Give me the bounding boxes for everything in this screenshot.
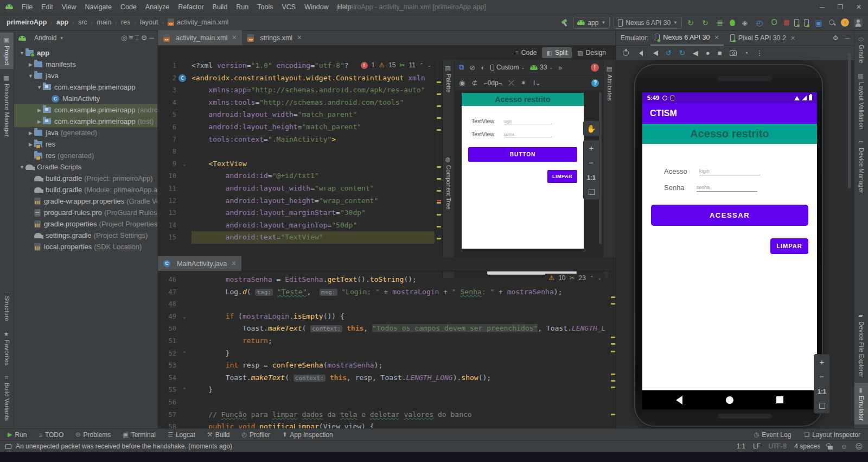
- volume-up-icon[interactable]: [650, 50, 658, 56]
- caret-position[interactable]: 1:1: [736, 442, 745, 450]
- layout-preview[interactable]: Acesso restrito TextView login TextView …: [462, 93, 584, 249]
- code-line[interactable]: 10 android:id="@+id/txt1": [158, 170, 435, 182]
- warning-mark[interactable]: [437, 129, 441, 131]
- code-line[interactable]: 9⌄ <TextView: [158, 158, 435, 170]
- code-line[interactable]: 55⌃ }: [158, 384, 609, 396]
- hide-panel-icon[interactable]: ─: [149, 34, 154, 42]
- pack-icon[interactable]: Ⅰ⌄: [533, 79, 541, 87]
- warning-mark[interactable]: [437, 93, 441, 95]
- tool-stripe-device-file-explorer[interactable]: ▰Device File Explorer: [854, 308, 868, 381]
- expand-all-icon[interactable]: ≡: [129, 34, 133, 42]
- readonly-lock-icon[interactable]: [828, 446, 833, 450]
- sdk-manager-icon[interactable]: ▣: [814, 18, 824, 28]
- api-level-select[interactable]: 33⌄: [530, 64, 553, 71]
- warning-mark[interactable]: [437, 117, 441, 119]
- minimize-icon[interactable]: ─: [813, 0, 831, 14]
- default-margin-select[interactable]: ⌐0dp¬: [484, 79, 502, 87]
- apply-code-changes-icon[interactable]: ↻: [700, 18, 710, 28]
- tool-stripe-structure[interactable]: ⫶Structure: [0, 288, 14, 325]
- zoom-out-button[interactable]: −: [584, 155, 599, 170]
- feedback-sad-icon[interactable]: ☹: [855, 442, 863, 451]
- code-line[interactable]: 48: [158, 298, 609, 311]
- zoom-fit-button[interactable]: [584, 185, 599, 199]
- design-errors-badge[interactable]: !: [591, 64, 599, 72]
- profile-avatar-icon[interactable]: [854, 18, 863, 27]
- view-mode-design[interactable]: ▨Design: [573, 47, 610, 58]
- apply-changes-icon[interactable]: ↻: [686, 18, 695, 28]
- code-line[interactable]: 3 xmlns:app="http://schemas.android.com/…: [158, 84, 435, 97]
- tree-chevron-icon[interactable]: ▶: [27, 62, 34, 67]
- theme-icon[interactable]: ◐: [481, 64, 485, 72]
- tree-chevron-icon[interactable]: ▼: [18, 164, 25, 170]
- close-icon[interactable]: ✕: [231, 260, 236, 267]
- palette-tab[interactable]: ▤Palette: [443, 61, 454, 96]
- warning-mark[interactable]: [437, 226, 441, 227]
- file-encoding[interactable]: UTF-8: [768, 442, 787, 450]
- toolwindow-build[interactable]: ⚒Build: [207, 431, 230, 439]
- tree-item-proguard-rules-pro[interactable]: proguard-rules.pro(ProGuard Rules for pr…: [14, 207, 157, 218]
- tool-stripe-layout-validation[interactable]: ▥Layout Validation: [854, 69, 868, 133]
- tree-item-build-gradle[interactable]: build.gradle(Project: primeiroApp): [14, 173, 157, 184]
- menu-build[interactable]: Build: [208, 3, 232, 11]
- status-message[interactable]: An unexpected packet was received before…: [16, 442, 232, 450]
- code-line[interactable]: 58 public void notificaLimpar(View view)…: [158, 421, 609, 428]
- tree-item-gradle-wrapper-properties[interactable]: gradle-wrapper.properties(Gradle Version…: [14, 195, 157, 207]
- breadcrumb-item[interactable]: res: [121, 18, 130, 26]
- tree-chevron-icon[interactable]: ▼: [36, 85, 43, 90]
- menu-view[interactable]: View: [58, 3, 81, 11]
- warning-mark[interactable]: [611, 380, 615, 382]
- code-line[interactable]: 51 return;: [158, 335, 609, 347]
- tree-item-java[interactable]: ▼java: [14, 70, 157, 81]
- tool-stripe-device-manager[interactable]: ▱Device Manager: [854, 135, 868, 197]
- gutter-fold[interactable]: ⌄C: [177, 72, 192, 85]
- tree-chevron-icon[interactable]: ▼: [27, 73, 34, 79]
- tree-item-local-properties[interactable]: local.properties(SDK Location): [14, 241, 157, 252]
- overview-icon[interactable]: ■: [718, 49, 722, 56]
- prev-issue-icon[interactable]: ⌃: [590, 275, 594, 281]
- collapse-all-icon[interactable]: ⌶: [135, 34, 139, 42]
- close-icon[interactable]: ✕: [850, 0, 868, 14]
- tree-chevron-icon[interactable]: ▶: [27, 130, 34, 136]
- warning-mark[interactable]: [437, 105, 441, 107]
- tool-stripe-project[interactable]: ▣Project: [0, 33, 14, 69]
- tool-stripe-emulator[interactable]: ▮Emulator: [854, 383, 868, 425]
- code-line[interactable]: 11 android:layout_width="wrap_content": [158, 182, 435, 195]
- tab-mainactivity-java[interactable]: C MainActivity.java ✕: [158, 256, 241, 271]
- code-line[interactable]: 14 android:layout_marginTop="50dp": [158, 219, 435, 232]
- tree-item-com-example-primeiroapp[interactable]: ▶com.example.primeiroapp(test): [14, 116, 157, 127]
- gutter-fold[interactable]: ⌄: [177, 158, 192, 170]
- tool-stripe-gradle[interactable]: ⬭Gradle: [854, 33, 868, 67]
- profile-icon[interactable]: ◈: [740, 18, 750, 28]
- tree-chevron-icon[interactable]: ▶: [27, 142, 34, 147]
- gutter-fold[interactable]: ⌄: [177, 311, 192, 323]
- snapshots-icon[interactable]: ◔: [744, 49, 749, 56]
- toolwindow-logcat[interactable]: ☰Logcat: [168, 431, 195, 439]
- warning-mark[interactable]: [611, 343, 615, 345]
- project-view-select[interactable]: Android: [30, 34, 56, 42]
- menu-file[interactable]: File: [17, 3, 37, 11]
- breadcrumb-item[interactable]: layout: [140, 18, 158, 26]
- code-line[interactable]: 47 Log.d( tag: "Teste", msg: "Login: " +…: [158, 286, 609, 299]
- profiler-icon[interactable]: ◴: [755, 18, 764, 28]
- toolwindow-layout-inspector[interactable]: ❏Layout Inspector: [804, 431, 860, 439]
- warning-mark[interactable]: [611, 387, 615, 388]
- code-line[interactable]: 12 android:layout_height="wrap_content": [158, 195, 435, 207]
- power-icon[interactable]: [623, 50, 629, 56]
- toolwindow-run[interactable]: ▶Run: [8, 431, 27, 439]
- view-mode-code[interactable]: ≡Code: [510, 47, 541, 58]
- tree-chevron-icon[interactable]: ▼: [18, 50, 25, 56]
- toolwindow-problems[interactable]: ⊙Problems: [75, 431, 111, 439]
- build-hammer-icon[interactable]: [560, 18, 569, 27]
- emulator-tab-pixel5[interactable]: Pixel 5 API 30 2 ✕: [726, 31, 800, 46]
- code-line[interactable]: 6 android:layout_height="match_parent": [158, 121, 435, 134]
- warning-mark[interactable]: [437, 166, 441, 168]
- error-mark[interactable]: [437, 200, 441, 201]
- code-line[interactable]: 4 xmlns:tools="http://schemas.android.co…: [158, 97, 435, 109]
- xml-code-pane[interactable]: 1<?xml version="1.0" encoding="utf-8"?2⌄…: [158, 60, 435, 247]
- view-mode-split[interactable]: ◧Split: [542, 47, 572, 58]
- breadcrumb-item[interactable]: app: [56, 18, 68, 26]
- tree-item-com-example-primeiroapp[interactable]: ▼com.example.primeiroapp: [14, 81, 157, 93]
- menu-navigate[interactable]: Navigate: [81, 3, 116, 11]
- breadcrumb-item[interactable]: activity_main.xml: [177, 18, 228, 26]
- menu-run[interactable]: Run: [232, 3, 253, 11]
